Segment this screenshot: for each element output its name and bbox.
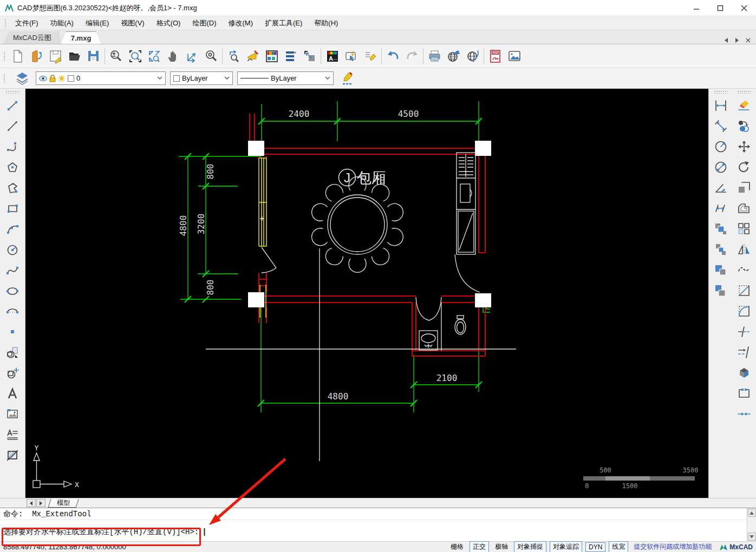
trim-button[interactable] xyxy=(733,321,755,342)
tool-construction-line-button[interactable] xyxy=(2,116,23,136)
publish-web-button[interactable] xyxy=(444,47,463,66)
zoom-center-button[interactable] xyxy=(201,47,220,66)
feedback-link[interactable]: 提交软件问题或增加新功能 xyxy=(634,542,712,551)
dim-parallel-button[interactable] xyxy=(710,198,732,219)
tool-make-block-button[interactable] xyxy=(2,342,23,363)
quick-select-button[interactable] xyxy=(342,47,361,66)
open-button[interactable] xyxy=(65,47,84,66)
menu-modify[interactable]: 修改(M) xyxy=(222,17,259,30)
dim-aligned-button[interactable] xyxy=(710,116,732,136)
linetype-select[interactable]: ByLayer xyxy=(237,71,334,85)
tool-spline-button[interactable] xyxy=(2,260,23,280)
explode-button[interactable] xyxy=(733,363,755,383)
tool-polyline-button[interactable] xyxy=(2,136,23,157)
erase-button[interactable] xyxy=(733,95,755,116)
draw-order-button[interactable] xyxy=(281,47,300,66)
color-select[interactable]: ByLayer xyxy=(170,71,233,85)
tool-point-button[interactable] xyxy=(2,321,23,342)
minimize-button[interactable] xyxy=(685,0,708,16)
layers-button[interactable] xyxy=(12,69,31,88)
zoom-in-out-button[interactable] xyxy=(107,47,126,66)
tool-mtext-button[interactable] xyxy=(2,424,23,445)
tool-ellipse-button[interactable] xyxy=(2,280,23,301)
copy-squares-3-button[interactable] xyxy=(710,260,732,280)
zoom-extents-button[interactable] xyxy=(145,47,164,66)
tab-mxcad-cloud[interactable]: MxCAD云图 xyxy=(3,31,61,44)
chamfer-button[interactable] xyxy=(733,280,755,301)
array-button[interactable] xyxy=(733,219,755,239)
toggle-ortho[interactable]: 正交 xyxy=(470,541,489,552)
tool-ellipse-arc-button[interactable] xyxy=(2,301,23,321)
menu-extend-tools[interactable]: 扩展工具(E) xyxy=(259,17,308,30)
write-block-button[interactable] xyxy=(300,47,319,66)
sheet-next-button[interactable] xyxy=(36,499,45,507)
undo-button[interactable] xyxy=(383,47,402,66)
mirror-button[interactable] xyxy=(733,239,755,260)
tool-rectangle-button[interactable] xyxy=(2,198,23,219)
redo-button[interactable] xyxy=(402,47,421,66)
zoom-window-button[interactable] xyxy=(126,47,145,66)
copy-squares-2-button[interactable] xyxy=(710,239,732,260)
color-palette-button[interactable] xyxy=(262,47,281,66)
linetype-pencil-button[interactable] xyxy=(338,69,357,88)
toggle-otrack[interactable]: 对象追踪 xyxy=(550,541,582,552)
pan-button[interactable] xyxy=(164,47,183,66)
sheet-prev-button[interactable] xyxy=(27,499,36,507)
dim-diameter-button[interactable] xyxy=(710,157,732,178)
layer-select[interactable]: 0 xyxy=(36,71,166,85)
scale-button[interactable] xyxy=(733,178,755,198)
tool-polygon-button[interactable] xyxy=(2,157,23,178)
dim-angular-button[interactable] xyxy=(710,178,732,198)
dim-radius-button[interactable] xyxy=(710,136,732,157)
close-button[interactable] xyxy=(732,0,756,16)
tab-current-file[interactable]: 7.mxg xyxy=(61,31,101,44)
match-brush-button[interactable] xyxy=(361,47,380,66)
menu-format[interactable]: 格式(O) xyxy=(151,17,187,30)
menu-file[interactable]: 文件(F) xyxy=(9,17,44,30)
scroll-up-button[interactable] xyxy=(748,509,756,517)
copy-squares-1-button[interactable] xyxy=(710,219,732,239)
tool-arc-button[interactable] xyxy=(2,219,23,239)
tool-line-button[interactable] xyxy=(2,95,23,116)
tab-scroll-right-icon[interactable] xyxy=(733,36,741,44)
scroll-down-button[interactable] xyxy=(748,533,756,541)
open-cloud-button[interactable] xyxy=(27,47,46,66)
save-as-button[interactable] xyxy=(84,47,103,66)
toggle-dyn[interactable]: DYN xyxy=(585,542,605,552)
zoom-dynamic-button[interactable] xyxy=(183,47,201,66)
tool-text-button[interactable] xyxy=(2,383,23,404)
copy-squares-4-button[interactable] xyxy=(710,280,732,301)
tool-insert-block-button[interactable] xyxy=(2,363,23,383)
offset-button[interactable] xyxy=(733,198,755,219)
web-edit-button[interactable] xyxy=(463,47,482,66)
join-button[interactable] xyxy=(733,404,755,424)
command-input-line[interactable]: 选择要对齐水平标注或竖直标注[水平(H)/竖直(V)]<H>:| xyxy=(0,524,756,540)
extend-button[interactable] xyxy=(733,342,755,363)
save-button[interactable] xyxy=(46,47,65,66)
move-button[interactable] xyxy=(733,136,755,157)
menu-edit[interactable]: 编辑(E) xyxy=(80,17,115,30)
menu-view[interactable]: 视图(V) xyxy=(115,17,150,30)
export-pdf-button[interactable]: PDF xyxy=(486,47,505,66)
toggle-grid[interactable]: 栅格 xyxy=(448,542,466,552)
print-button[interactable] xyxy=(425,47,444,66)
dim-linear-button[interactable] xyxy=(710,95,732,116)
draw-pencil-button[interactable] xyxy=(243,47,262,66)
tool-hatch-button[interactable] xyxy=(2,445,23,465)
fillet-button[interactable] xyxy=(733,301,755,321)
revision-line-button[interactable] xyxy=(733,260,755,280)
command-scrollbar[interactable] xyxy=(747,508,756,541)
menu-function[interactable]: 功能(A) xyxy=(44,17,80,30)
text-style-button[interactable]: A xyxy=(323,47,342,66)
new-file-button[interactable] xyxy=(8,47,27,66)
tool-image-button[interactable] xyxy=(2,404,23,424)
model-tab[interactable]: 模型 xyxy=(48,499,79,508)
rotate-button[interactable] xyxy=(733,157,755,178)
menu-help[interactable]: 帮助(H) xyxy=(308,17,344,30)
match-properties-button[interactable] xyxy=(733,116,755,136)
toggle-osnap[interactable]: 对象捕捉 xyxy=(514,541,546,552)
tool-circle-button[interactable] xyxy=(2,239,23,260)
menu-draw[interactable]: 绘图(D) xyxy=(186,17,222,30)
toggle-lineweight[interactable]: 线宽 xyxy=(609,541,628,552)
tab-scroll-left-icon[interactable] xyxy=(722,36,730,44)
